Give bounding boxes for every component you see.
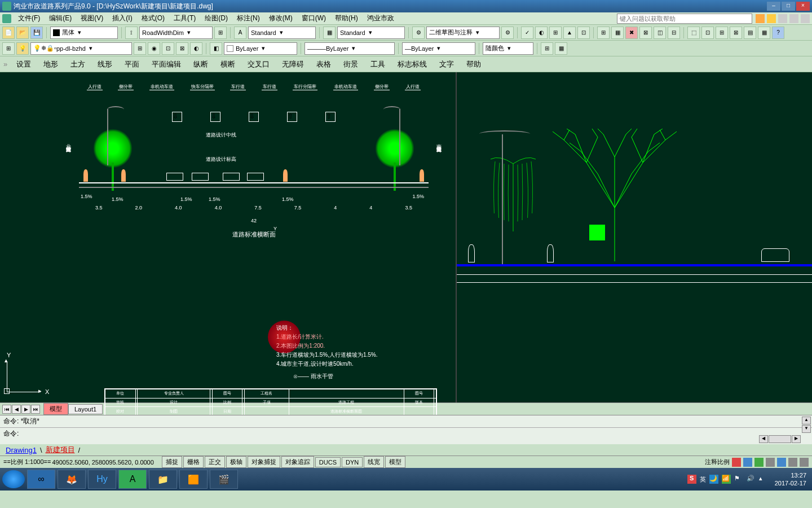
ducs-toggle[interactable]: DUCS [315,457,341,467]
status-icon[interactable] [732,458,741,467]
grid-toggle[interactable]: 栅格 [183,456,204,468]
sec-intersection[interactable]: 交叉口 [242,58,275,71]
tray-icon[interactable]: 📶 [722,475,731,484]
dim-button[interactable]: ⊞ [214,27,227,39]
menu-format[interactable]: 格式(O) [137,12,169,24]
prop-tool-a[interactable]: ⊞ [541,42,553,55]
minimize-button[interactable]: – [767,2,780,11]
plotstyle-dropdown[interactable]: 随颜色▾ [483,42,533,55]
taskbar-app[interactable]: Hy [88,470,116,489]
workspace-icon[interactable]: ⚙ [412,27,425,39]
menu-modify[interactable]: 修改(M) [264,12,297,24]
workspace-settings-button[interactable]: ⚙ [501,27,514,39]
sec-profile[interactable]: 纵断 [188,58,214,71]
layer-tool-a[interactable]: ⊞ [134,42,146,55]
tablestyle-icon[interactable]: ▦ [323,27,336,39]
status-icon[interactable] [800,458,809,467]
status-icon[interactable] [777,458,786,467]
layout1-tab[interactable]: Layout1 [68,404,103,414]
sec-planedit[interactable]: 平面编辑 [146,58,187,71]
expand-icon[interactable]: » [3,60,7,68]
maximize-button[interactable]: □ [782,2,795,11]
tool-q[interactable]: ▦ [758,27,770,39]
sec-marking[interactable]: 标志标线 [392,58,433,71]
tool-g[interactable]: ▦ [611,27,624,39]
lineweight-dropdown[interactable]: — ByLayer▾ [402,42,475,55]
sec-earthwork[interactable]: 土方 [65,58,91,71]
menu-hongye[interactable]: 鸿业市政 [363,12,399,24]
status-icon[interactable] [743,458,752,467]
sec-settings[interactable]: 设置 [11,58,37,71]
taskbar-app[interactable]: ∞ [27,470,55,489]
model-tab[interactable]: 模型 [43,403,68,415]
dimstyle-icon[interactable]: ⟟ [125,27,138,39]
menu-dim[interactable]: 标注(N) [232,12,264,24]
scroll-left-button[interactable]: ◀ [759,435,768,443]
tool-h[interactable]: ✖ [625,27,638,39]
layer-light-icon[interactable]: 💡 [16,42,29,55]
tool-c[interactable]: ⊞ [549,27,562,39]
command-input[interactable]: 命令: [0,427,812,440]
textstyle-dropdown[interactable]: Standard▾ [248,27,316,39]
tool-a[interactable]: ✓ [521,27,533,39]
tablestyle-dropdown[interactable]: Standard▾ [337,27,405,39]
menu-help[interactable]: 帮助(H) [330,12,363,24]
tool-k[interactable]: ⊟ [668,27,680,39]
tab-prev-button[interactable]: ◀ [12,405,21,414]
file-tab-drawing1[interactable]: Drawing1 [2,445,40,455]
menu-insert[interactable]: 插入(I) [108,12,136,24]
tab-first-button[interactable]: ⏮ [2,405,11,414]
ortho-toggle[interactable]: 正交 [205,456,225,468]
otrack-toggle[interactable]: 对象追踪 [281,456,314,468]
menu-edit[interactable]: 编辑(E) [45,12,76,24]
tool-i[interactable]: ⊠ [639,27,652,39]
sec-accessible[interactable]: 无障碍 [276,58,310,71]
drawing-area[interactable]: 人行道侧分带 非机动车道快车分隔带 车行道车行道 车行分隔带非机动车道 侧分带人… [0,72,812,402]
tool-p[interactable]: ▤ [744,27,756,39]
tool-l[interactable]: ⬚ [687,27,700,39]
tool-f[interactable]: ⊞ [597,27,610,39]
minimize-doc-button[interactable] [778,14,787,23]
sec-table[interactable]: 表格 [311,58,337,71]
snap-toggle[interactable]: 捕捉 [162,456,182,468]
textstyle-icon[interactable]: A [234,27,246,39]
layer-dropdown[interactable]: 💡❄🔒▫ pp-dl-bzhd▾ [30,42,132,55]
scroll-up-button[interactable]: ▲ [802,417,811,424]
color-icon[interactable]: ◧ [210,42,222,55]
viewport-right[interactable] [457,72,812,402]
layer-tool-e[interactable]: ◐ [190,42,202,55]
menu-window[interactable]: 窗口(W) [297,12,330,24]
open-button[interactable]: 📂 [16,27,29,39]
scroll-thumb[interactable] [769,435,791,443]
model-toggle[interactable]: 模型 [385,456,405,468]
restore-doc-button[interactable] [789,14,798,23]
tray-expand-icon[interactable]: ▴ [759,475,768,484]
scroll-right-button[interactable]: ▶ [792,435,801,443]
sec-cross[interactable]: 横断 [215,58,241,71]
star-icon[interactable] [767,14,776,23]
tool-n[interactable]: ⊞ [716,27,728,39]
save-button[interactable]: 💾 [30,27,43,39]
sec-terrain[interactable]: 地形 [38,58,64,71]
dyn-toggle[interactable]: DYN [342,457,363,467]
close-button[interactable]: × [796,2,810,11]
status-icon[interactable] [788,458,797,467]
help-icon[interactable] [756,14,765,23]
tool-help[interactable]: ? [772,27,784,39]
taskbar-app[interactable]: 📁 [149,470,177,489]
tool-b[interactable]: ◐ [535,27,548,39]
sec-street[interactable]: 街景 [338,58,364,71]
tray-icon[interactable]: 🔊 [747,475,756,484]
sec-alignment[interactable]: 线形 [92,58,118,71]
ime-indicator[interactable]: 英 [700,475,706,484]
dimstyle-dropdown[interactable]: RoadWidthDim▾ [139,27,213,39]
tray-icon[interactable]: S [687,475,696,484]
new-button[interactable]: 📄 [2,27,15,39]
clock[interactable]: 13:27 2017-02-17 [771,471,810,487]
sec-text[interactable]: 文字 [434,58,460,71]
sec-plan[interactable]: 平面 [119,58,145,71]
linetype-dropdown[interactable]: ——— ByLayer▾ [304,42,395,55]
viewport-left[interactable]: 人行道侧分带 非机动车道快车分隔带 车行道车行道 车行分隔带非机动车道 侧分带人… [0,72,457,402]
layer-tool-b[interactable]: ◉ [148,42,160,55]
tool-j[interactable]: ◫ [654,27,666,39]
